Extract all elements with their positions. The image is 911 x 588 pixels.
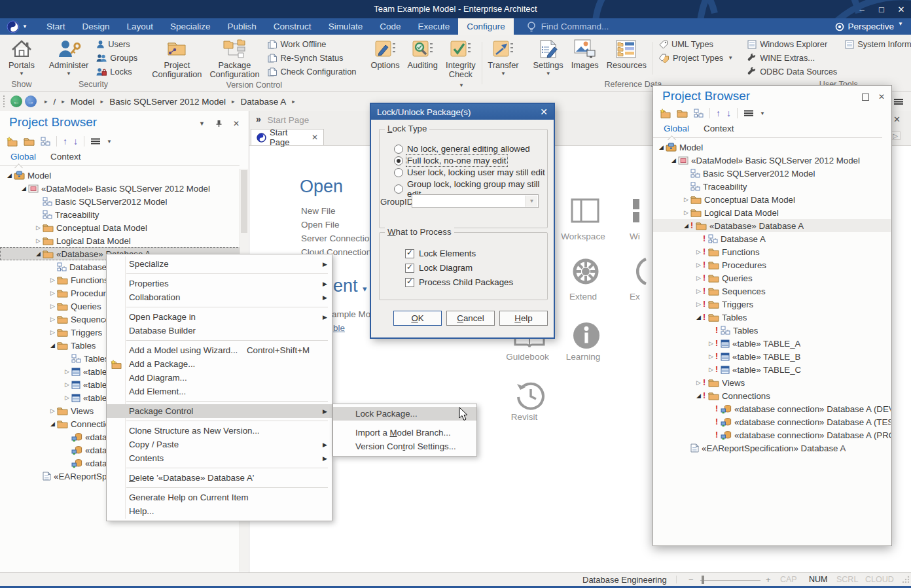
expand-icon[interactable]: ▷ bbox=[48, 277, 57, 283]
images-button[interactable]: Images bbox=[567, 37, 603, 71]
toolbar-drag-handle[interactable] bbox=[3, 95, 7, 107]
menu-item-open-package-in[interactable]: Open Package in▶ bbox=[107, 310, 332, 324]
lock-type-radio-1[interactable]: Full lock, no-one may edit bbox=[394, 156, 507, 165]
collapse-icon[interactable]: ◢ bbox=[34, 251, 43, 257]
ribbon-tab-specialize[interactable]: Specialize bbox=[162, 18, 219, 35]
tree-row[interactable]: ◢!Tables bbox=[653, 311, 891, 324]
collapse-icon[interactable]: ◢ bbox=[682, 222, 690, 229]
status-perspective[interactable]: Database Engineering bbox=[582, 575, 667, 585]
tree-row[interactable]: ◢Model bbox=[653, 141, 891, 154]
menu-item-properties[interactable]: Properties▶ bbox=[107, 277, 332, 290]
zoom-slider-thumb[interactable] bbox=[702, 576, 704, 584]
status-toggle-num[interactable]: NUM bbox=[809, 575, 827, 584]
system-information-button[interactable]: System Information bbox=[845, 39, 911, 49]
expand-icon[interactable]: ▷ bbox=[34, 237, 43, 244]
tree-row[interactable]: ◢!Connections bbox=[653, 389, 891, 402]
tree-row[interactable]: ▷Conceptual Data Model bbox=[0, 221, 248, 234]
folder-icon[interactable] bbox=[677, 109, 688, 118]
tree-row[interactable]: Basic SQLServer2012 Model bbox=[0, 195, 248, 208]
find-command[interactable]: Find Command... bbox=[527, 18, 609, 35]
tab-close-icon[interactable]: ✕ bbox=[312, 133, 318, 142]
menu-item-import-a-model-branch[interactable]: Import a Model Branch... bbox=[333, 426, 476, 440]
menu-item-add-a-package[interactable]: Add a Package... bbox=[107, 357, 332, 371]
tree-row[interactable]: ◢«DataModel» Basic SQLServer 2012 Model bbox=[0, 182, 248, 195]
cancel-button[interactable]: Cancel bbox=[446, 311, 495, 326]
project-types-button[interactable]: Project Types ▼ bbox=[659, 53, 733, 63]
start-link-new-file[interactable]: New File bbox=[301, 206, 336, 216]
app-logo[interactable]: ▼ bbox=[7, 18, 27, 35]
tree-row[interactable]: ▷Conceptual Data Model bbox=[653, 193, 891, 206]
menu-caret-icon[interactable]: ▼ bbox=[107, 139, 112, 145]
tree-row[interactable]: ▷Logical Data Model bbox=[653, 206, 891, 219]
transfer-button[interactable]: Transfer▼ bbox=[484, 37, 522, 78]
ribbon-tab-code[interactable]: Code bbox=[371, 18, 409, 35]
breadcrumb-menu-icon[interactable] bbox=[894, 98, 903, 105]
expand-icon[interactable]: ▷ bbox=[707, 353, 715, 360]
menu-item-delete-database-database-a[interactable]: Delete '«Database» Database A' bbox=[107, 471, 332, 485]
expand-icon[interactable]: ▷ bbox=[48, 303, 57, 309]
start-tile-workspace[interactable] bbox=[570, 198, 600, 224]
tree-row[interactable]: ▷!Queries bbox=[653, 271, 891, 285]
portals-button[interactable]: Portals▼ bbox=[5, 37, 39, 78]
menu-item-add-element[interactable]: Add Element... bbox=[107, 385, 332, 398]
scrollbar-thumb[interactable] bbox=[241, 170, 247, 233]
collapse-icon[interactable]: ◢ bbox=[694, 392, 703, 399]
tree-row[interactable]: ▷!Triggers bbox=[653, 298, 891, 311]
expand-icon[interactable]: ▷ bbox=[682, 209, 690, 216]
close-icon[interactable]: ✕ bbox=[897, 5, 906, 14]
tree-row[interactable]: ▷!Procedures bbox=[653, 258, 891, 271]
move-up-icon[interactable]: ↑ bbox=[716, 109, 721, 118]
tree-row[interactable]: Traceability bbox=[653, 180, 891, 193]
ribbon-tab-design[interactable]: Design bbox=[73, 18, 118, 35]
tree-row[interactable]: !Database A bbox=[653, 232, 891, 245]
expand-icon[interactable]: ▷ bbox=[48, 407, 57, 414]
work-offline-button[interactable]: Work Offline bbox=[268, 39, 357, 49]
ribbon-tab-start[interactable]: Start bbox=[38, 18, 74, 35]
start-tile-extend[interactable] bbox=[571, 256, 601, 286]
combobox-caret-icon[interactable]: ▼ bbox=[526, 196, 537, 207]
breadcrumb-item[interactable]: / bbox=[54, 97, 56, 107]
zoom-slider[interactable] bbox=[700, 580, 760, 581]
panel-dropdown-icon[interactable]: ▼ bbox=[199, 120, 205, 127]
menu-item-database-builder[interactable]: Database Builder bbox=[107, 324, 332, 337]
collapse-icon[interactable]: ◢ bbox=[48, 342, 57, 349]
menu-item-clone-structure-as-new-version[interactable]: Clone Structure as New Version... bbox=[107, 424, 332, 438]
nav-forward-button[interactable]: → bbox=[25, 95, 37, 107]
float-close-icon[interactable]: ✕ bbox=[878, 92, 885, 101]
menu-item-contents[interactable]: Contents▶ bbox=[107, 451, 332, 465]
process-checkbox-process-child-packages[interactable]: Process Child Packages bbox=[405, 277, 513, 287]
folder-icon[interactable] bbox=[24, 137, 35, 146]
recent-link-fragment[interactable]: ble bbox=[333, 323, 345, 333]
tree-row[interactable]: ▷!Sequences bbox=[653, 285, 891, 298]
perspective-button[interactable]: Perspective ▼ bbox=[835, 18, 903, 35]
collapse-icon[interactable]: ◢ bbox=[694, 314, 703, 320]
expand-icon[interactable]: ▷ bbox=[694, 301, 703, 307]
expand-icon[interactable]: ▷ bbox=[48, 316, 57, 322]
ribbon-tab-publish[interactable]: Publish bbox=[219, 18, 265, 35]
menu-item-copy-paste[interactable]: Copy / Paste▶ bbox=[107, 438, 332, 451]
menu-item-generate-help-on-current-item[interactable]: Generate Help on Current Item bbox=[107, 491, 332, 504]
zoom-in-button[interactable]: + bbox=[766, 575, 771, 585]
expand-icon[interactable]: ▷ bbox=[694, 288, 703, 294]
users-button[interactable]: Users bbox=[96, 39, 137, 49]
tree-row[interactable]: ▷!«table» TABLE_A bbox=[653, 337, 891, 350]
menu-caret-icon[interactable]: ▼ bbox=[760, 111, 765, 116]
tree-row[interactable]: Traceability bbox=[0, 208, 248, 221]
expand-icon[interactable]: ▷ bbox=[63, 381, 71, 388]
move-down-icon[interactable]: ↓ bbox=[73, 137, 78, 146]
start-link-server-connection[interactable]: Server Connection bbox=[301, 233, 374, 243]
menu-item-specialize[interactable]: Specialize▶ bbox=[107, 257, 332, 271]
nav-back-button[interactable]: ← bbox=[10, 95, 22, 107]
expand-icon[interactable]: ▷ bbox=[694, 249, 703, 255]
ok-button[interactable]: OK bbox=[393, 311, 442, 326]
start-link-open-file[interactable]: Open File bbox=[301, 220, 340, 230]
collapse-icon[interactable]: ◢ bbox=[5, 172, 14, 179]
tab-global[interactable]: Global bbox=[10, 152, 36, 162]
lock-type-radio-2[interactable]: User lock, locking user may still edit bbox=[394, 167, 545, 177]
expand-icon[interactable]: ▷ bbox=[694, 379, 703, 386]
tree-row[interactable]: ▷!Views bbox=[653, 376, 891, 389]
start-tile-revisit[interactable] bbox=[515, 381, 546, 411]
expand-icon[interactable]: ▷ bbox=[682, 196, 690, 203]
expand-icon[interactable]: ▷ bbox=[694, 275, 703, 281]
expand-icon[interactable]: ▷ bbox=[707, 366, 715, 373]
